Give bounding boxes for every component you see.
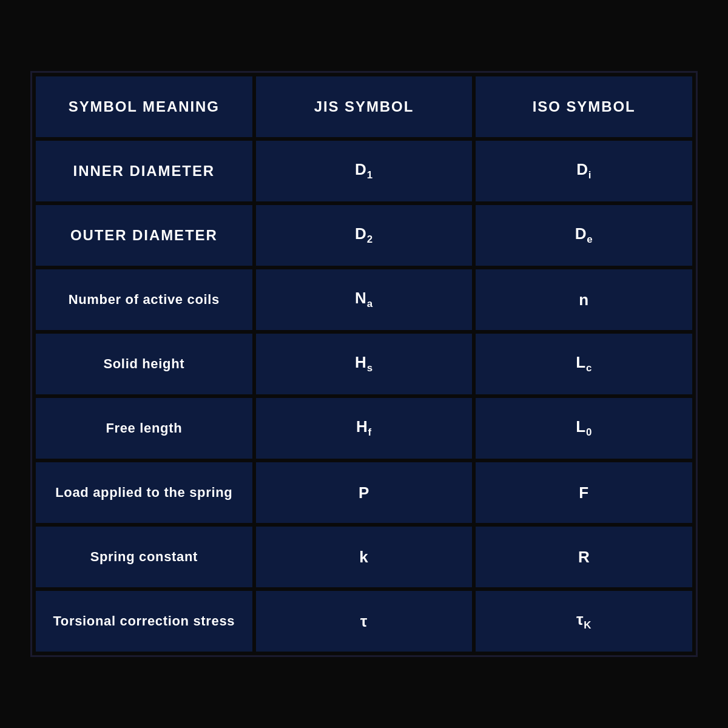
outer-diameter-label: OUTER DIAMETER — [70, 227, 218, 244]
row-active-coils-jis: Na — [256, 269, 473, 330]
torsional-stress-label: Torsional correction stress — [53, 613, 235, 629]
solid-height-label: Solid height — [103, 356, 184, 372]
solid-height-iso: Lc — [576, 353, 592, 374]
free-length-iso: L0 — [576, 417, 592, 439]
inner-diameter-iso: Di — [576, 160, 592, 181]
header-iso-symbol-label: ISO SYMBOL — [533, 98, 636, 115]
load-applied-iso: F — [579, 484, 589, 502]
header-symbol-meaning-label: SYMBOL MEANING — [69, 98, 220, 115]
row-free-length-meaning: Free length — [36, 398, 252, 459]
row-spring-constant-jis: k — [256, 527, 473, 587]
row-solid-height-iso: Lc — [476, 334, 692, 394]
inner-diameter-label: INNER DIAMETER — [73, 163, 215, 180]
row-torsional-stress-jis: τ — [256, 591, 473, 652]
row-inner-diameter-jis: D1 — [256, 141, 473, 201]
spring-constant-iso: R — [578, 548, 590, 567]
row-load-applied-meaning: Load applied to the spring — [36, 462, 252, 523]
table-grid: SYMBOL MEANING JIS SYMBOL ISO SYMBOL INN… — [32, 73, 696, 655]
row-free-length-jis: Hf — [256, 398, 473, 459]
header-iso-symbol: ISO SYMBOL — [476, 76, 692, 137]
row-outer-diameter-iso: De — [476, 205, 692, 266]
header-jis-symbol: JIS SYMBOL — [256, 76, 473, 137]
row-spring-constant-meaning: Spring constant — [36, 527, 252, 587]
row-solid-height-jis: Hs — [256, 334, 473, 394]
main-table: SYMBOL MEANING JIS SYMBOL ISO SYMBOL INN… — [30, 71, 698, 657]
solid-height-jis: Hs — [355, 353, 373, 374]
row-active-coils-meaning: Number of active coils — [36, 269, 252, 330]
spring-constant-jis: k — [359, 548, 368, 567]
header-jis-symbol-label: JIS SYMBOL — [314, 98, 414, 115]
row-inner-diameter-iso: Di — [476, 141, 692, 201]
free-length-label: Free length — [106, 420, 182, 436]
row-torsional-stress-meaning: Torsional correction stress — [36, 591, 252, 652]
row-spring-constant-iso: R — [476, 527, 692, 587]
row-active-coils-iso: n — [476, 269, 692, 330]
active-coils-iso: n — [579, 291, 589, 309]
active-coils-label: Number of active coils — [69, 292, 220, 308]
row-outer-diameter-jis: D2 — [256, 205, 473, 266]
outer-diameter-jis: D2 — [355, 224, 373, 246]
row-free-length-iso: L0 — [476, 398, 692, 459]
torsional-stress-jis: τ — [360, 612, 368, 631]
torsional-stress-iso: τK — [576, 610, 592, 632]
row-torsional-stress-iso: τK — [476, 591, 692, 652]
header-symbol-meaning: SYMBOL MEANING — [36, 76, 252, 137]
row-load-applied-iso: F — [476, 462, 692, 523]
row-solid-height-meaning: Solid height — [36, 334, 252, 394]
row-outer-diameter-meaning: OUTER DIAMETER — [36, 205, 252, 266]
load-applied-jis: P — [359, 484, 369, 502]
inner-diameter-jis: D1 — [355, 160, 373, 181]
outer-diameter-iso: De — [575, 224, 593, 246]
row-inner-diameter-meaning: INNER DIAMETER — [36, 141, 252, 201]
load-applied-label: Load applied to the spring — [55, 485, 232, 500]
row-load-applied-jis: P — [256, 462, 473, 523]
active-coils-jis: Na — [355, 289, 373, 310]
spring-constant-label: Spring constant — [90, 549, 198, 565]
free-length-jis: Hf — [356, 417, 372, 439]
